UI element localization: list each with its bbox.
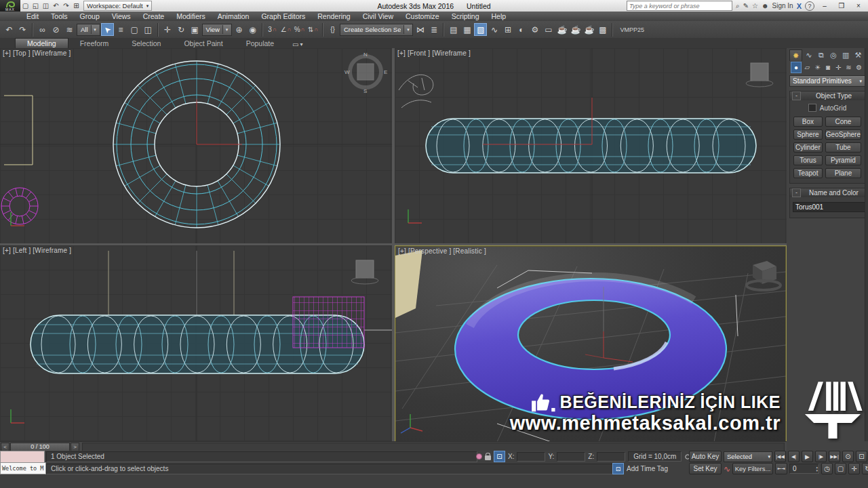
autogrid-checkbox[interactable]: [808, 104, 816, 112]
menu-civil-view[interactable]: Civil View: [357, 12, 399, 21]
undo-icon[interactable]: ↶: [3, 23, 16, 36]
favorites-icon[interactable]: ☆: [752, 2, 758, 9]
y-coord-field[interactable]: [557, 452, 585, 462]
align-icon[interactable]: ≣: [427, 23, 440, 36]
tab-populate[interactable]: Populate: [235, 39, 285, 48]
search-input[interactable]: [627, 1, 732, 11]
select-by-name-icon[interactable]: ≡: [115, 23, 127, 36]
zoom-all-icon[interactable]: ⊡: [856, 451, 867, 462]
viewport-perspective-label[interactable]: [+] [Perspective ] [Realistic ]: [398, 247, 486, 255]
help-icon[interactable]: ?: [805, 1, 814, 11]
geometry-category-dropdown[interactable]: Standard Primitives ▾: [789, 75, 865, 87]
spinner-down-icon[interactable]: ▾: [816, 469, 818, 472]
current-frame-field[interactable]: 0 ▴ ▾: [789, 464, 819, 474]
key-mode-toggle-icon[interactable]: ⇤⇥: [775, 463, 787, 474]
cone-button[interactable]: Cone: [825, 117, 861, 127]
teapot-button[interactable]: Teapot: [793, 168, 823, 178]
time-tag-icon[interactable]: ⊡: [612, 463, 624, 474]
maxscript-listener-line[interactable]: Welcome to M: [0, 462, 46, 474]
compass-east-label[interactable]: E: [384, 69, 387, 75]
torus-button[interactable]: Torus: [793, 155, 823, 165]
graphite-ribbon-toggle-icon[interactable]: ▦: [460, 23, 473, 36]
auto-key-button[interactable]: Auto Key: [689, 451, 722, 462]
project-folder-icon[interactable]: ⊞: [71, 0, 81, 12]
menu-scripting[interactable]: Scripting: [446, 12, 486, 21]
activeshade-icon[interactable]: ☕: [583, 23, 595, 36]
absolute-mode-icon[interactable]: ⊡: [494, 451, 505, 462]
tab-object-paint[interactable]: Object Paint: [172, 39, 234, 48]
viewport-left-label[interactable]: [+] [Left ] [Wireframe ]: [3, 247, 71, 254]
cylinder-button[interactable]: Cylinder: [793, 142, 823, 152]
viewport-left[interactable]: [+] [Left ] [Wireframe ]: [0, 245, 392, 441]
select-and-scale-icon[interactable]: ▣: [189, 23, 201, 36]
redo-icon[interactable]: ↷: [16, 23, 29, 36]
play-button[interactable]: ▶: [802, 451, 813, 462]
viewport-front[interactable]: [+] [Front ] [Wireframe ]: [395, 48, 787, 243]
tab-freeform[interactable]: Freeform: [68, 39, 121, 48]
mirror-icon[interactable]: ⋈: [414, 23, 427, 36]
cameras-category-icon[interactable]: ◙: [823, 62, 833, 73]
menu-create[interactable]: Create: [137, 12, 171, 21]
tab-selection[interactable]: Selection: [120, 39, 172, 48]
previous-key-button[interactable]: ◀|: [788, 451, 800, 462]
compass-west-label[interactable]: W: [344, 69, 350, 75]
open-file-icon[interactable]: ◱: [31, 0, 41, 12]
next-key-button[interactable]: |▶: [815, 451, 827, 462]
lights-category-icon[interactable]: ☀: [813, 62, 823, 73]
use-pivot-center-icon[interactable]: ⊕: [233, 23, 245, 36]
angle-snap-icon[interactable]: ∠: [279, 23, 292, 36]
tab-modeling[interactable]: Modeling: [15, 38, 68, 48]
communication-icon[interactable]: ✎: [743, 2, 749, 9]
go-to-start-button[interactable]: |◀◀: [774, 451, 786, 462]
render-iterative-icon[interactable]: ☕: [569, 23, 582, 36]
key-filters-button[interactable]: Key Filters...: [732, 463, 773, 474]
tube-button[interactable]: Tube: [825, 142, 861, 152]
sign-in-button[interactable]: Sign In: [772, 2, 793, 9]
name-color-rollout-header[interactable]: - Name and Color: [790, 188, 865, 197]
toggle-scene-explorer-icon[interactable]: ▧: [474, 23, 487, 36]
named-selection-sets-icon[interactable]: {}: [326, 23, 339, 36]
transform-gizmo[interactable]: [585, 331, 633, 362]
search-binoculars-icon[interactable]: ⌕: [736, 2, 740, 10]
viewcube[interactable]: [746, 63, 773, 87]
selection-lock-icon[interactable]: [485, 455, 491, 460]
time-slider-handle[interactable]: 0 / 100: [10, 443, 70, 451]
viewport-perspective[interactable]: [+] [Perspective ] [Realistic ]: [395, 245, 787, 443]
redo-quick-icon[interactable]: ↷: [61, 0, 71, 12]
material-editor-icon[interactable]: ◐: [515, 23, 528, 36]
object-type-rollout-header[interactable]: - Object Type: [790, 92, 865, 100]
utilities-tab-icon[interactable]: ⚒: [852, 49, 864, 60]
frame-spinner[interactable]: ▴ ▾: [816, 466, 819, 472]
select-and-link-icon[interactable]: ∞: [36, 23, 49, 36]
menu-graph-editors[interactable]: Graph Editors: [255, 12, 311, 21]
menu-help[interactable]: Help: [485, 12, 512, 21]
application-menu-button[interactable]: MAX: [0, 0, 20, 12]
box-button[interactable]: Box: [793, 117, 823, 127]
exchange-apps-icon[interactable]: X: [797, 2, 802, 10]
viewport-front-label[interactable]: [+] [Front ] [Wireframe ]: [397, 49, 471, 57]
compass-south-label[interactable]: S: [363, 88, 367, 94]
select-object-icon[interactable]: ➤: [101, 23, 114, 36]
select-and-move-icon[interactable]: ✛: [161, 23, 174, 36]
viewcube[interactable]: [747, 261, 781, 290]
display-tab-icon[interactable]: ▥: [840, 49, 852, 60]
create-tab-icon[interactable]: ✸: [789, 49, 802, 61]
sphere-button[interactable]: Sphere: [793, 129, 823, 140]
named-selection-set-dropdown[interactable]: Create Selection Se ▾: [340, 24, 414, 36]
geosphere-button[interactable]: GeoSphere: [825, 129, 861, 140]
viewcube-compass[interactable]: N E S W: [344, 52, 387, 94]
geometry-category-icon[interactable]: ●: [791, 62, 802, 73]
background-object-outline[interactable]: [4, 96, 33, 165]
secondary-torus-wireframe[interactable]: [1, 188, 38, 224]
z-coord-field[interactable]: [597, 452, 625, 462]
undo-quick-icon[interactable]: ↶: [51, 0, 61, 12]
time-slider-track[interactable]: [82, 443, 785, 451]
zoom-icon[interactable]: ⊙: [842, 451, 854, 462]
go-to-end-button[interactable]: ▶▶|: [829, 451, 840, 462]
secondary-torus-grid-wireframe[interactable]: [293, 297, 364, 348]
viewport-top[interactable]: [+] [Top ] [Wireframe ]: [0, 48, 392, 243]
add-time-tag-label[interactable]: Add Time Tag: [627, 465, 668, 472]
rendered-frame-window-icon[interactable]: ▭: [542, 23, 555, 36]
background-object-wireframe[interactable]: [399, 75, 433, 108]
close-button[interactable]: ×: [852, 2, 865, 9]
